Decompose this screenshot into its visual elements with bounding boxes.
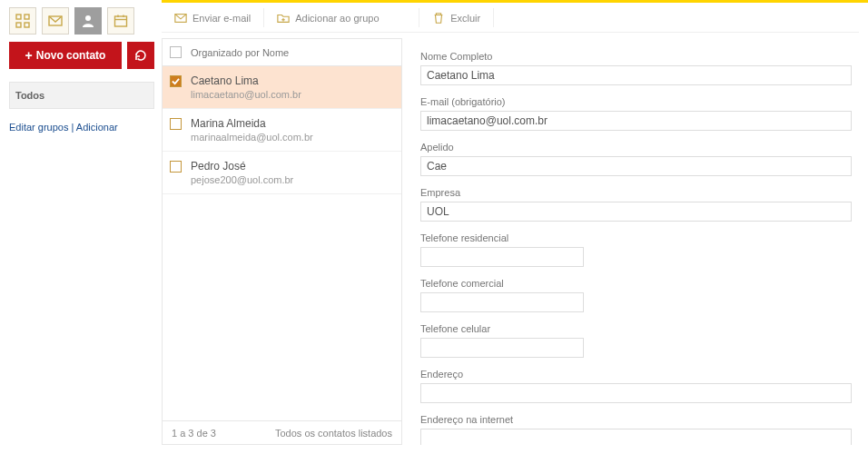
input-apelido[interactable] (420, 156, 852, 176)
contact-info: Caetano Limalimacaetano@uol.com.br (191, 74, 301, 100)
mail-icon (48, 14, 63, 28)
input-endereco[interactable] (420, 383, 852, 403)
svg-rect-1 (25, 15, 29, 19)
select-all-checkbox[interactable] (170, 46, 182, 58)
divider (493, 8, 494, 27)
trash-icon (432, 12, 445, 25)
label-tel-res: Telefone residencial (420, 232, 852, 243)
contact-row[interactable]: Pedro Josépejose200@uol.com.br (163, 152, 401, 194)
contact-name: Marina Almeida (191, 117, 313, 130)
contact-email: pejose200@uol.com.br (191, 174, 293, 185)
toolbar-send-email-label: Enviar e-mail (192, 13, 251, 24)
group-links: Editar grupos | Adicionar (9, 122, 154, 133)
input-empresa[interactable] (420, 202, 852, 222)
contact-checkbox[interactable] (170, 75, 182, 87)
calendar-icon-button[interactable] (107, 7, 134, 35)
list-footer: 1 a 3 de 3 Todos os contatos listados (163, 420, 401, 444)
contact-name: Caetano Lima (191, 74, 301, 87)
svg-rect-6 (115, 16, 127, 26)
contact-email: marinaalmeida@uol.com.br (191, 132, 313, 143)
label-tel-com: Telefone comercial (420, 278, 852, 289)
mail-icon (174, 12, 187, 25)
svg-rect-3 (25, 23, 29, 27)
grid-icon (15, 14, 30, 28)
contact-email: limacaetano@uol.com.br (191, 89, 301, 100)
edit-groups-link[interactable]: Editar grupos (9, 122, 68, 133)
label-nome: Nome Completo (420, 51, 852, 62)
apps-icon-button[interactable] (9, 7, 36, 35)
new-contact-label: Novo contato (36, 49, 106, 62)
group-item-label: Todos (15, 90, 44, 101)
label-tel-cel: Telefone celular (420, 323, 852, 334)
contact-info: Pedro Josépejose200@uol.com.br (191, 160, 293, 185)
refresh-icon (133, 48, 148, 63)
toolbar-delete[interactable]: Excluir (419, 4, 493, 32)
label-email: E-mail (obrigatório) (420, 96, 852, 107)
groups-list: Todos (9, 82, 154, 109)
input-tel-com[interactable] (420, 292, 584, 312)
list-header-label: Organizado por Nome (191, 47, 289, 58)
contact-info: Marina Almeidamarinaalmeida@uol.com.br (191, 117, 313, 143)
refresh-button[interactable] (127, 42, 154, 69)
list-header[interactable]: Organizado por Nome (163, 39, 401, 66)
contact-row[interactable]: Marina Almeidamarinaalmeida@uol.com.br (163, 109, 401, 152)
toolbar-send-email[interactable]: Enviar e-mail (162, 4, 263, 32)
input-endereco-web[interactable] (420, 429, 852, 445)
contact-form: Nome Completo E-mail (obrigatório) Apeli… (413, 38, 859, 445)
contact-name: Pedro José (191, 160, 293, 173)
input-tel-cel[interactable] (420, 338, 584, 358)
contacts-container: Caetano Limalimacaetano@uol.com.brMarina… (163, 66, 401, 420)
contact-checkbox[interactable] (170, 118, 182, 130)
mail-icon-button[interactable] (42, 7, 69, 35)
list-footer-count: 1 a 3 de 3 (172, 428, 216, 439)
contact-checkbox[interactable] (170, 161, 182, 173)
svg-rect-0 (16, 15, 21, 19)
svg-point-5 (85, 15, 91, 21)
toolbar-add-group[interactable]: Adicionar ao grupo (264, 4, 419, 32)
new-contact-button[interactable]: + Novo contato (9, 42, 122, 69)
check-icon (172, 77, 180, 85)
sidebar: + Novo contato Todos Editar grupos | Adi… (9, 7, 154, 133)
list-footer-status: Todos os contatos listados (275, 428, 392, 439)
input-nome[interactable] (420, 65, 852, 85)
toolbar: Enviar e-mail Adicionar ao grupo Excluir (162, 4, 859, 33)
contact-row[interactable]: Caetano Limalimacaetano@uol.com.br (163, 66, 401, 109)
add-group-link[interactable]: Adicionar (76, 122, 118, 133)
toolbar-add-group-label: Adicionar ao grupo (295, 13, 379, 24)
toolbar-delete-label: Excluir (450, 13, 480, 24)
calendar-icon (113, 14, 128, 28)
contacts-icon-button[interactable] (74, 7, 102, 35)
input-email[interactable] (420, 111, 852, 131)
label-endereco: Endereço (420, 369, 852, 380)
label-endereco-web: Endereço na internet (420, 414, 852, 425)
plus-icon: + (25, 48, 33, 63)
contact-list: Organizado por Nome Caetano Limalimacaet… (162, 38, 402, 445)
group-item-todos[interactable]: Todos (9, 82, 154, 109)
person-icon (81, 14, 95, 28)
folder-plus-icon (277, 12, 290, 25)
label-apelido: Apelido (420, 142, 852, 153)
accent-bar (162, 0, 868, 3)
input-tel-res[interactable] (420, 247, 584, 267)
svg-rect-2 (16, 23, 21, 27)
nav-icons (9, 7, 154, 35)
label-empresa: Empresa (420, 187, 852, 198)
